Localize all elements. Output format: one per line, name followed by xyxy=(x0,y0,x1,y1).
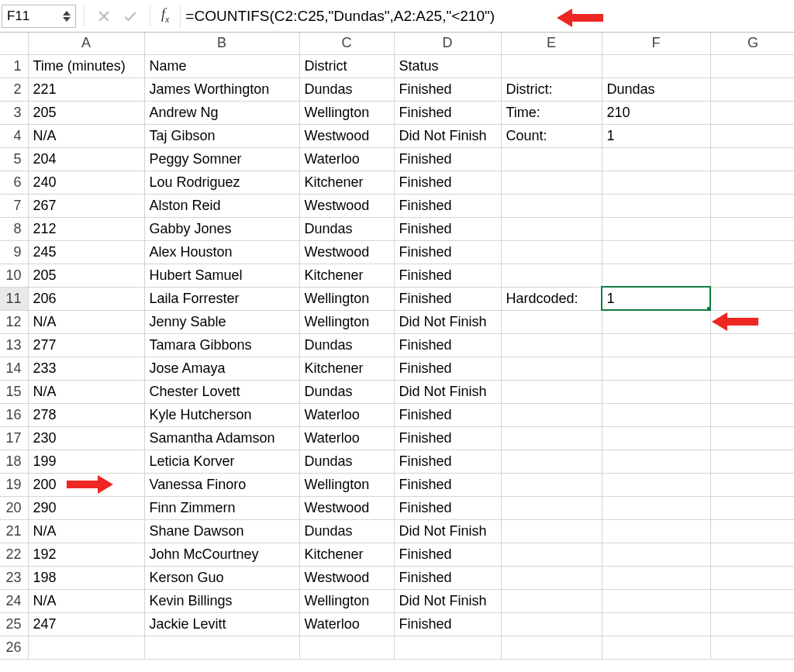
cell-F18[interactable] xyxy=(602,450,710,473)
row-header[interactable]: 19 xyxy=(0,473,28,496)
cell-G10[interactable] xyxy=(710,264,794,287)
cell-B15[interactable]: Chester Lovett xyxy=(144,380,299,403)
cell-E13[interactable] xyxy=(501,333,602,357)
cell-D9[interactable]: Finished xyxy=(394,240,501,264)
row-header[interactable]: 15 xyxy=(0,380,28,403)
cell-G19[interactable] xyxy=(710,473,794,496)
cell-D3[interactable]: Finished xyxy=(394,101,501,124)
cell-G8[interactable] xyxy=(710,217,794,240)
confirm-formula-button[interactable] xyxy=(119,5,142,28)
cell-A20[interactable]: 290 xyxy=(28,496,144,519)
cell-G5[interactable] xyxy=(710,147,794,171)
cell-C8[interactable]: Dundas xyxy=(299,217,394,240)
cell-D25[interactable]: Finished xyxy=(394,612,501,636)
cell-E11[interactable]: Hardcoded: xyxy=(501,287,602,310)
cell-D24[interactable]: Did Not Finish xyxy=(394,589,501,612)
cell-G9[interactable] xyxy=(710,240,794,264)
cell-D22[interactable]: Finished xyxy=(394,543,501,566)
cell-B5[interactable]: Peggy Somner xyxy=(144,147,299,171)
row-header[interactable]: 11 xyxy=(0,287,28,310)
cell-A6[interactable]: 240 xyxy=(28,171,144,194)
cell-F7[interactable] xyxy=(602,194,710,217)
cell-E26[interactable] xyxy=(501,636,602,659)
cell-C10[interactable]: Kitchener xyxy=(299,264,394,287)
cell-B25[interactable]: Jackie Levitt xyxy=(144,612,299,636)
cell-F4[interactable]: 1 xyxy=(602,124,710,147)
cell-A14[interactable]: 233 xyxy=(28,357,144,380)
cell-F10[interactable] xyxy=(602,264,710,287)
cell-E20[interactable] xyxy=(501,496,602,519)
col-A[interactable]: A xyxy=(28,33,144,54)
cell-F3[interactable]: 210 xyxy=(602,101,710,124)
cell-G1[interactable] xyxy=(710,54,794,78)
cell-B14[interactable]: Jose Amaya xyxy=(144,357,299,380)
cell-F26[interactable] xyxy=(602,636,710,659)
cell-E19[interactable] xyxy=(501,473,602,496)
cell-D21[interactable]: Did Not Finish xyxy=(394,519,501,543)
row-header[interactable]: 26 xyxy=(0,636,28,659)
row-header[interactable]: 2 xyxy=(0,78,28,101)
cell-D26[interactable] xyxy=(394,636,501,659)
cell-A8[interactable]: 212 xyxy=(28,217,144,240)
cell-C6[interactable]: Kitchener xyxy=(299,171,394,194)
cell-B21[interactable]: Shane Dawson xyxy=(144,519,299,543)
cell-C13[interactable]: Dundas xyxy=(299,333,394,357)
cell-B4[interactable]: Taj Gibson xyxy=(144,124,299,147)
cell-D5[interactable]: Finished xyxy=(394,147,501,171)
cell-G2[interactable] xyxy=(710,78,794,101)
row-header[interactable]: 4 xyxy=(0,124,28,147)
cell-C19[interactable]: Wellington xyxy=(299,473,394,496)
cell-C4[interactable]: Westwood xyxy=(299,124,394,147)
cell-D2[interactable]: Finished xyxy=(394,78,501,101)
cell-F1[interactable] xyxy=(602,54,710,78)
cell-C16[interactable]: Waterloo xyxy=(299,403,394,426)
cell-D19[interactable]: Finished xyxy=(394,473,501,496)
row-header[interactable]: 3 xyxy=(0,101,28,124)
cell-C12[interactable]: Wellington xyxy=(299,310,394,333)
cell-C15[interactable]: Dundas xyxy=(299,380,394,403)
cell-D16[interactable]: Finished xyxy=(394,403,501,426)
cell-E24[interactable] xyxy=(501,589,602,612)
cell-C21[interactable]: Dundas xyxy=(299,519,394,543)
cell-A3[interactable]: 205 xyxy=(28,101,144,124)
cell-E12[interactable] xyxy=(501,310,602,333)
cell-C1[interactable]: District xyxy=(299,54,394,78)
row-header[interactable]: 22 xyxy=(0,543,28,566)
row-header[interactable]: 14 xyxy=(0,357,28,380)
cell-G22[interactable] xyxy=(710,543,794,566)
cell-C14[interactable]: Kitchener xyxy=(299,357,394,380)
cell-G17[interactable] xyxy=(710,426,794,450)
cell-G15[interactable] xyxy=(710,380,794,403)
cell-F12[interactable] xyxy=(602,310,710,333)
cell-B13[interactable]: Tamara Gibbons xyxy=(144,333,299,357)
cell-E7[interactable] xyxy=(501,194,602,217)
row-header[interactable]: 17 xyxy=(0,426,28,450)
cell-C11[interactable]: Wellington xyxy=(299,287,394,310)
cell-E8[interactable] xyxy=(501,217,602,240)
row-header[interactable]: 7 xyxy=(0,194,28,217)
cell-F13[interactable] xyxy=(602,333,710,357)
cell-D12[interactable]: Did Not Finish xyxy=(394,310,501,333)
cell-A19[interactable]: 200 xyxy=(28,473,144,496)
cell-B2[interactable]: James Worthington xyxy=(144,78,299,101)
row-header[interactable]: 23 xyxy=(0,566,28,589)
cell-D11[interactable]: Finished xyxy=(394,287,501,310)
cell-B20[interactable]: Finn Zimmern xyxy=(144,496,299,519)
cell-C7[interactable]: Westwood xyxy=(299,194,394,217)
cell-E16[interactable] xyxy=(501,403,602,426)
cell-B6[interactable]: Lou Rodriguez xyxy=(144,171,299,194)
cell-A4[interactable]: N/A xyxy=(28,124,144,147)
cell-D18[interactable]: Finished xyxy=(394,450,501,473)
row-header[interactable]: 21 xyxy=(0,519,28,543)
cell-D20[interactable]: Finished xyxy=(394,496,501,519)
cell-A26[interactable] xyxy=(28,636,144,659)
formula-input[interactable]: =COUNTIFS(C2:C25,"Dundas",A2:A25,"<210") xyxy=(180,5,788,28)
cell-A23[interactable]: 198 xyxy=(28,566,144,589)
cell-D13[interactable]: Finished xyxy=(394,333,501,357)
cell-D7[interactable]: Finished xyxy=(394,194,501,217)
cell-C2[interactable]: Dundas xyxy=(299,78,394,101)
cell-C26[interactable] xyxy=(299,636,394,659)
cell-A2[interactable]: 221 xyxy=(28,78,144,101)
cell-C5[interactable]: Waterloo xyxy=(299,147,394,171)
row-header[interactable]: 5 xyxy=(0,147,28,171)
